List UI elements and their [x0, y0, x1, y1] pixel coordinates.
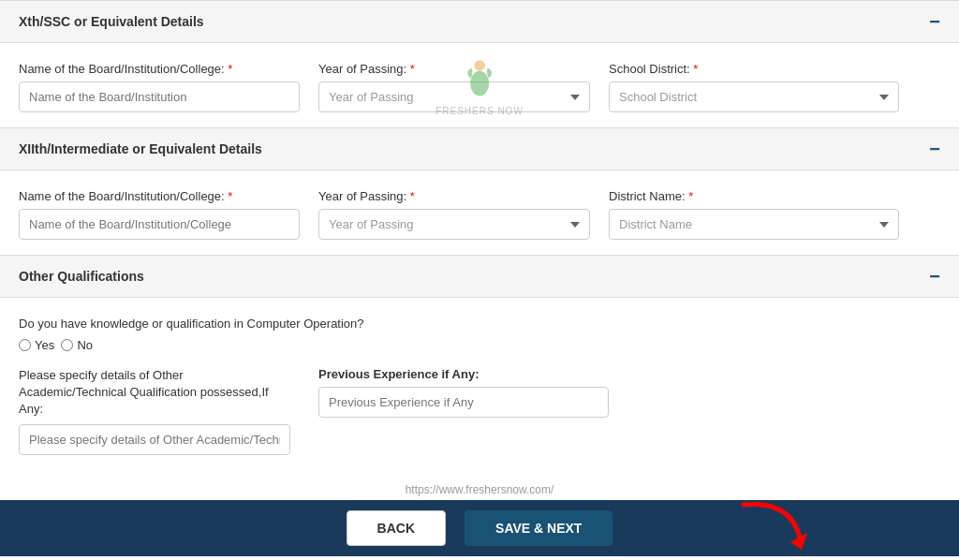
xth-collapse-icon: − — [929, 12, 940, 31]
xiith-form-row: Name of the Board/Institution/College: *… — [19, 189, 940, 240]
footer: BACK SAVE & NEXT — [0, 500, 959, 556]
prev-exp-label: Previous Experience if Any: — [318, 367, 609, 381]
xth-year-group: Year of Passing: * Year of Passing — [318, 62, 590, 112]
back-button[interactable]: BACK — [347, 510, 446, 546]
xiith-board-input[interactable] — [19, 209, 300, 240]
other-collapse-icon: − — [929, 267, 940, 286]
computer-question-text: Do you have knowledge or qualification i… — [19, 317, 940, 331]
xiith-district-required: * — [688, 189, 693, 203]
no-label: No — [77, 338, 93, 352]
xth-district-required: * — [693, 62, 698, 76]
xth-district-label: School District: * — [609, 62, 899, 76]
yes-radio-item[interactable]: Yes — [19, 338, 54, 352]
xth-district-group: School District: * School District — [609, 62, 899, 112]
xiith-section-header[interactable]: XIIth/Intermediate or Equivalent Details… — [0, 127, 959, 170]
xiith-collapse-icon: − — [929, 140, 940, 158]
xiith-board-group: Name of the Board/Institution/College: * — [19, 189, 300, 240]
xth-board-label: Name of the Board/Institution/College: * — [19, 62, 300, 76]
no-radio-item[interactable]: No — [61, 338, 93, 352]
other-section-header[interactable]: Other Qualifications − — [0, 255, 959, 298]
no-radio[interactable] — [61, 339, 73, 351]
xiith-year-select[interactable]: Year of Passing — [318, 209, 590, 240]
xth-year-required: * — [410, 62, 415, 76]
computer-radio-row: Yes No — [19, 338, 940, 352]
xiith-board-label: Name of the Board/Institution/College: * — [19, 189, 300, 203]
xth-district-select[interactable]: School District — [609, 81, 899, 112]
xiith-year-group: Year of Passing: * Year of Passing — [318, 189, 590, 240]
other-qual-input[interactable] — [19, 424, 290, 455]
xiith-section-body: Name of the Board/Institution/College: *… — [0, 170, 959, 255]
other-section-title: Other Qualifications — [19, 269, 144, 284]
xiith-year-required: * — [410, 189, 415, 203]
other-section-body: Do you have knowledge or qualification i… — [0, 298, 959, 474]
xth-board-required: * — [228, 62, 232, 76]
save-next-button[interactable]: SAVE & NEXT — [465, 510, 612, 546]
xiith-district-group: District Name: * District Name — [609, 189, 899, 240]
yes-radio[interactable] — [19, 339, 31, 351]
xth-form-row: Name of the Board/Institution/College: *… — [19, 62, 940, 112]
other-qual-group: Please specify details of Other Academic… — [19, 367, 290, 455]
prev-exp-group: Previous Experience if Any: — [318, 367, 609, 418]
xth-board-group: Name of the Board/Institution/College: * — [19, 62, 300, 112]
yes-label: Yes — [35, 338, 54, 352]
xiith-section-title: XIIth/Intermediate or Equivalent Details — [19, 141, 262, 156]
other-qual-label: Please specify details of Other Academic… — [19, 367, 290, 419]
page-wrapper: FRESHERS NOW Xth/SSC or Equivalent Detai… — [0, 0, 959, 560]
xth-board-input[interactable] — [19, 81, 300, 112]
xth-section-title: Xth/SSC or Equivalent Details — [19, 14, 204, 29]
url-watermark: https://www.freshersnow.com/ — [0, 474, 959, 500]
xiith-district-label: District Name: * — [609, 189, 899, 203]
xth-section-body: Name of the Board/Institution/College: *… — [0, 43, 959, 127]
xiith-district-select[interactable]: District Name — [609, 209, 899, 240]
qualification-details-row: Please specify details of Other Academic… — [19, 367, 940, 455]
xth-year-select[interactable]: Year of Passing — [318, 81, 590, 112]
xiith-board-required: * — [228, 189, 232, 203]
xiith-year-label: Year of Passing: * — [318, 189, 590, 203]
prev-exp-input[interactable] — [318, 387, 609, 418]
xth-section-header[interactable]: Xth/SSC or Equivalent Details − — [0, 0, 959, 43]
arrow-indicator — [734, 495, 809, 554]
xth-year-label: Year of Passing: * — [318, 62, 590, 76]
